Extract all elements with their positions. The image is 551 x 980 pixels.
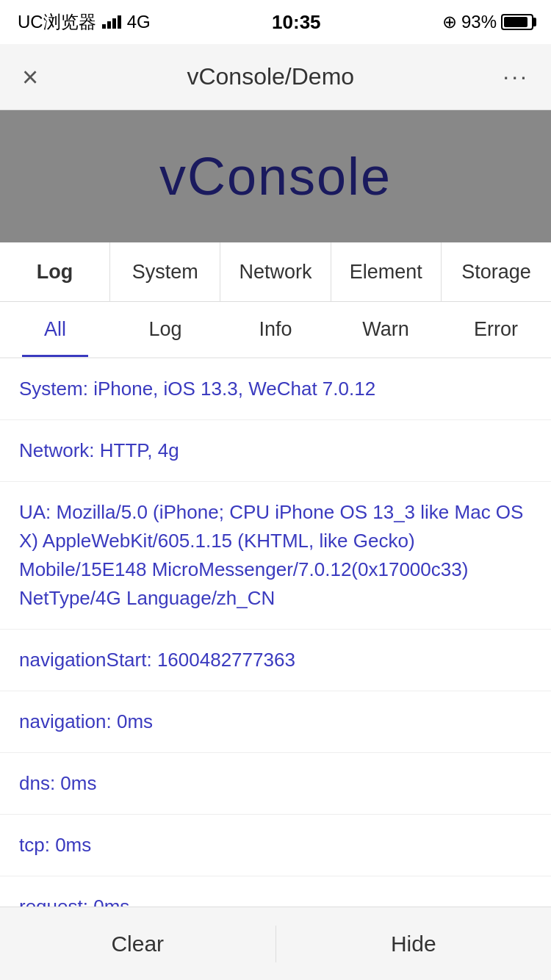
- vconsole-header: vConsole: [0, 110, 551, 242]
- tab-system[interactable]: System: [110, 242, 220, 301]
- nav-bar: × vConsole/Demo ···: [0, 44, 551, 110]
- tab-log[interactable]: Log: [0, 242, 110, 301]
- tab-element[interactable]: Element: [331, 242, 442, 301]
- bottom-bar: Clear Hide: [0, 907, 551, 980]
- main-tabs: Log System Network Element Storage: [0, 242, 551, 302]
- carrier-text: UC浏览器: [18, 10, 96, 34]
- more-button[interactable]: ···: [503, 63, 529, 90]
- status-left: UC浏览器 4G: [18, 10, 151, 34]
- tab-storage[interactable]: Storage: [442, 242, 551, 301]
- log-entry: tcp: 0ms: [0, 815, 551, 876]
- log-entry: navigationStart: 1600482777363: [0, 630, 551, 691]
- hide-button[interactable]: Hide: [276, 907, 552, 980]
- close-button[interactable]: ×: [22, 63, 38, 91]
- subtab-log[interactable]: Log: [110, 302, 220, 357]
- signal-icon: [102, 15, 121, 29]
- battery-icon: [501, 14, 533, 30]
- log-entry: dns: 0ms: [0, 753, 551, 815]
- log-entry: UA: Mozilla/5.0 (iPhone; CPU iPhone OS 1…: [0, 482, 551, 630]
- status-time: 10:35: [272, 11, 321, 34]
- subtab-info[interactable]: Info: [220, 302, 331, 357]
- tab-network[interactable]: Network: [220, 242, 331, 301]
- status-bar: UC浏览器 4G 10:35 ⊕ 93%: [0, 0, 551, 44]
- vconsole-title: vConsole: [159, 146, 392, 206]
- page-title: vConsole/Demo: [187, 63, 354, 90]
- status-right: ⊕ 93%: [442, 12, 533, 32]
- subtab-warn[interactable]: Warn: [331, 302, 441, 357]
- network-type: 4G: [127, 12, 151, 32]
- battery-percent: 93%: [461, 12, 497, 32]
- sub-tabs: All Log Info Warn Error: [0, 302, 551, 359]
- log-entry: Network: HTTP, 4g: [0, 420, 551, 482]
- clear-button[interactable]: Clear: [0, 907, 276, 980]
- subtab-error[interactable]: Error: [441, 302, 551, 357]
- location-icon: ⊕: [442, 12, 457, 32]
- log-entry: System: iPhone, iOS 13.3, WeChat 7.0.12: [0, 359, 551, 420]
- log-entry: navigation: 0ms: [0, 691, 551, 753]
- log-content: System: iPhone, iOS 13.3, WeChat 7.0.12N…: [0, 359, 551, 980]
- subtab-all[interactable]: All: [0, 302, 110, 357]
